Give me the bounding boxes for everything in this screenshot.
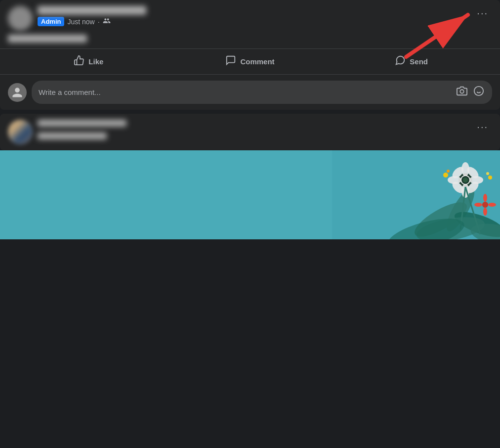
admin-badge: Admin (38, 17, 64, 26)
post-meta: Admin Just now · (38, 6, 146, 26)
svg-point-29 (488, 176, 492, 179)
send-label: Send (410, 57, 428, 66)
svg-point-23 (483, 208, 487, 216)
banner-decoration (332, 150, 500, 239)
svg-point-26 (483, 202, 488, 207)
svg-point-1 (474, 87, 483, 95)
avatar (8, 6, 33, 31)
post-meta-row: Admin Just now · (38, 17, 146, 26)
post-name-blurred (38, 6, 146, 15)
post-subtitle-blurred (8, 35, 87, 43)
svg-point-30 (486, 172, 489, 175)
post2-meta (38, 120, 126, 139)
post-header-1: Admin Just now · ··· (8, 6, 492, 31)
camera-icon-button[interactable] (456, 85, 468, 100)
comment-input-wrapper[interactable]: Write a comment... (32, 81, 492, 104)
messenger-icon (395, 55, 406, 68)
post2-name-line1 (38, 120, 126, 127)
svg-point-28 (447, 170, 450, 173)
globe-icon: · (98, 18, 100, 26)
post-card-2: ··· (0, 114, 500, 150)
comment-section: Write a comment... (8, 75, 492, 110)
svg-point-24 (474, 203, 482, 207)
comment-button[interactable]: Comment (169, 51, 331, 72)
like-icon (74, 55, 84, 68)
privacy-icon (103, 17, 111, 26)
post-header-left: Admin Just now · (8, 6, 146, 31)
svg-point-27 (443, 173, 448, 178)
post-card-1: Admin Just now · ··· (0, 0, 500, 110)
comment-label: Comment (240, 57, 274, 66)
send-button[interactable]: Send (331, 51, 492, 72)
post2-left (8, 120, 126, 144)
post2-avatar (8, 120, 33, 144)
banner-section (0, 150, 500, 239)
comment-icons (456, 85, 485, 100)
comment-avatar (8, 83, 27, 102)
svg-point-25 (488, 203, 496, 207)
post-time: Just now (67, 18, 94, 26)
post2-name-line2 (38, 133, 107, 139)
comment-placeholder: Write a comment... (39, 88, 452, 96)
svg-point-20 (463, 178, 468, 182)
action-bar: Like Comment Send (8, 49, 492, 74)
post2-more-options-button[interactable]: ··· (473, 120, 492, 134)
like-button[interactable]: Like (8, 51, 169, 72)
like-label: Like (88, 57, 103, 66)
svg-point-22 (483, 194, 487, 202)
more-options-button[interactable]: ··· (473, 6, 492, 20)
post-header-2: ··· (8, 120, 492, 144)
comment-icon (225, 55, 236, 68)
emoji-icon-button[interactable] (472, 85, 485, 100)
svg-point-0 (460, 90, 463, 93)
